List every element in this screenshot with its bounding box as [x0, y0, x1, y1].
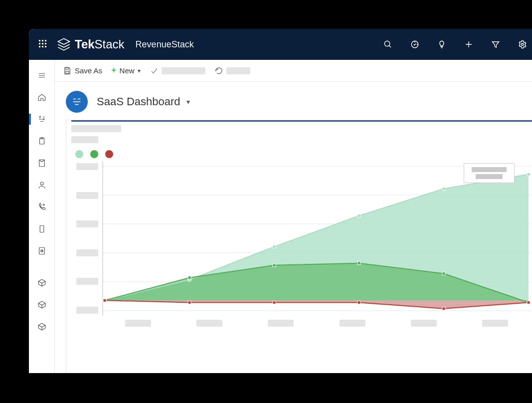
skeleton-x-tick [340, 320, 365, 327]
svg-rect-62 [357, 301, 360, 304]
skeleton-text [71, 125, 121, 132]
chart-y-axis-labels [71, 161, 102, 316]
command-bar: Save As + New ▾ [55, 60, 532, 82]
svg-point-1 [384, 41, 390, 46]
bookmark-icon[interactable] [29, 154, 55, 173]
skeleton-y-tick [76, 192, 98, 199]
svg-rect-49 [273, 245, 276, 248]
svg-rect-59 [103, 299, 106, 302]
skeleton-x-tick [196, 320, 222, 327]
dashboard-icon[interactable] [29, 110, 55, 129]
chart-svg [102, 161, 531, 316]
svg-rect-54 [188, 276, 191, 279]
product-name[interactable]: RevenueStack [136, 39, 194, 50]
plus-icon: + [111, 65, 117, 76]
chart-tooltip [464, 163, 515, 183]
svg-line-2 [389, 45, 391, 47]
page-title-dropdown[interactable]: SaaS Dashboard ▾ [97, 95, 190, 108]
svg-rect-60 [188, 301, 191, 304]
skeleton-text [476, 174, 503, 179]
svg-point-20 [40, 182, 43, 185]
dashboard-avatar-icon [66, 91, 88, 113]
svg-rect-50 [357, 214, 360, 217]
svg-rect-34 [66, 67, 68, 69]
cmd-check-button[interactable] [150, 66, 205, 75]
svg-rect-61 [273, 301, 276, 304]
cube-icon[interactable] [29, 273, 55, 292]
app-window: TekStack RevenueStack [29, 29, 532, 373]
plus-icon[interactable] [464, 39, 474, 49]
lightbulb-icon[interactable] [437, 39, 447, 49]
skeleton-x-tick [411, 320, 437, 327]
svg-rect-35 [66, 71, 69, 73]
svg-rect-51 [442, 188, 445, 191]
save-as-button[interactable]: Save As [63, 66, 102, 75]
target-icon[interactable] [410, 39, 420, 49]
skeleton-text [472, 167, 507, 172]
person-icon[interactable] [29, 176, 55, 195]
page-header: SaaS Dashboard ▾ [55, 82, 532, 120]
svg-marker-6 [492, 42, 499, 47]
legend-dot-series-0[interactable] [75, 150, 83, 158]
clipboard-icon[interactable] [29, 132, 55, 151]
chevron-down-icon: ▾ [186, 98, 190, 106]
svg-rect-64 [527, 301, 530, 304]
svg-rect-56 [357, 262, 360, 265]
search-icon[interactable] [383, 39, 393, 49]
top-nav-bar: TekStack RevenueStack [29, 29, 532, 60]
chart-card [66, 120, 532, 373]
skeleton-x-tick [268, 320, 294, 327]
device-icon[interactable] [29, 219, 55, 238]
svg-rect-63 [442, 307, 445, 310]
cube-icon[interactable] [29, 295, 55, 314]
phone-settings-icon[interactable] [29, 198, 55, 216]
home-icon[interactable] [29, 88, 55, 107]
svg-marker-28 [38, 279, 45, 283]
hamburger-icon[interactable] [29, 66, 55, 85]
svg-rect-57 [442, 272, 445, 275]
chart-legend [75, 150, 532, 158]
skeleton-x-tick [125, 320, 151, 327]
skeleton-text [162, 67, 205, 74]
app-launcher-icon[interactable] [39, 40, 48, 49]
svg-rect-22 [40, 225, 44, 232]
skeleton-y-tick [76, 220, 98, 227]
new-button[interactable]: + New ▾ [111, 65, 141, 76]
svg-marker-32 [38, 323, 45, 327]
report-icon[interactable] [29, 241, 55, 260]
legend-dot-series-1[interactable] [90, 150, 98, 158]
brand-text: TekStack [75, 37, 125, 51]
skeleton-y-tick [76, 163, 98, 170]
cmd-refresh-button[interactable] [214, 66, 250, 75]
new-label: New [120, 66, 135, 75]
skeleton-y-tick [76, 249, 98, 256]
svg-point-7 [522, 43, 524, 46]
svg-rect-52 [527, 173, 530, 176]
gear-icon[interactable] [518, 39, 528, 49]
skeleton-x-tick [482, 320, 508, 327]
legend-dot-series-2[interactable] [105, 150, 113, 158]
svg-point-21 [43, 204, 44, 205]
skeleton-y-tick [76, 307, 98, 314]
skeleton-text [71, 136, 98, 143]
skeleton-text [226, 67, 250, 74]
main-content: Save As + New ▾ [55, 60, 532, 373]
svg-rect-55 [273, 264, 276, 267]
brand-logo[interactable]: TekStack [57, 37, 125, 51]
save-as-label: Save As [75, 66, 102, 75]
svg-marker-30 [38, 301, 45, 305]
chevron-down-icon: ▾ [138, 67, 141, 74]
chart-plot-area[interactable] [102, 161, 532, 316]
svg-line-27 [42, 251, 43, 251]
filter-icon[interactable] [491, 39, 501, 49]
svg-marker-0 [58, 38, 69, 44]
cube-icon[interactable] [29, 317, 55, 336]
page-title: SaaS Dashboard [97, 95, 180, 108]
card-accent-bar [71, 120, 532, 122]
left-sidebar [29, 60, 55, 373]
chart-x-axis-labels [71, 320, 532, 327]
skeleton-y-tick [76, 278, 98, 285]
